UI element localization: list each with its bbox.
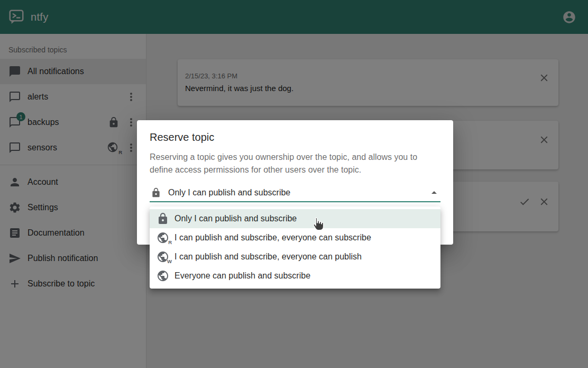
hand-pointer-cursor (310, 217, 325, 232)
menu-item-everyone-can-publish-and-subscribe[interactable]: Everyone can publish and subscribe (150, 266, 440, 285)
menu-item-only-i-can-publish[interactable]: Only I can publish and subscribe (150, 209, 440, 228)
globe-write-icon: W (157, 250, 169, 263)
lock-icon (157, 212, 169, 225)
access-select[interactable]: Only I can publish and subscribe (150, 184, 440, 202)
access-select-menu: Only I can publish and subscribe R I can… (150, 207, 440, 289)
globe-icon (157, 270, 169, 282)
menu-item-label: I can publish and subscribe, everyone ca… (174, 252, 362, 262)
dialog-description: Reserving a topic gives you ownership ov… (150, 151, 442, 176)
menu-item-everyone-can-subscribe[interactable]: R I can publish and subscribe, everyone … (150, 228, 440, 247)
menu-item-label: I can publish and subscribe, everyone ca… (174, 233, 371, 243)
globe-read-icon: R (157, 231, 169, 244)
menu-item-label: Only I can publish and subscribe (174, 214, 297, 223)
select-value: Only I can publish and subscribe (168, 188, 290, 198)
menu-item-label: Everyone can publish and subscribe (174, 271, 310, 281)
menu-item-everyone-can-publish[interactable]: W I can publish and subscribe, everyone … (150, 247, 440, 266)
dialog-title: Reserve topic (150, 131, 440, 143)
lock-icon (151, 187, 161, 198)
chevron-up-icon (428, 186, 440, 199)
